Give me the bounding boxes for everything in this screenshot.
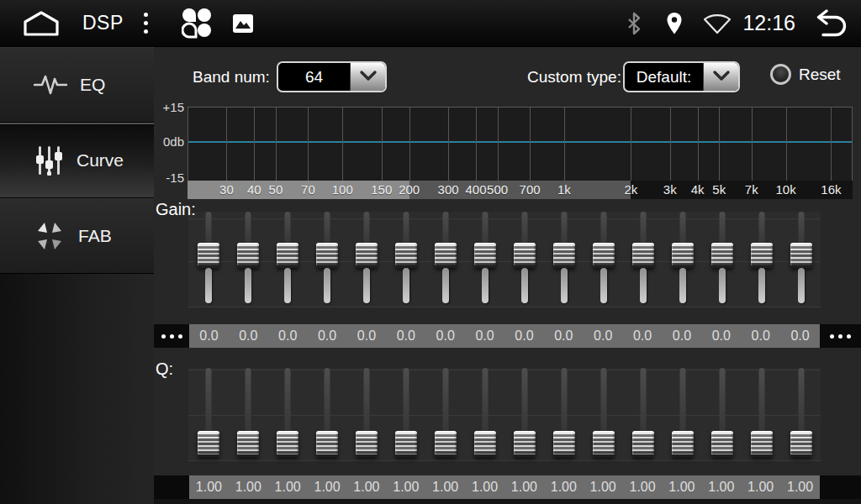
gain-slider[interactable] bbox=[663, 212, 702, 307]
q-slider[interactable] bbox=[504, 368, 544, 461]
slider-thumb[interactable] bbox=[672, 243, 694, 268]
sidebar-item-fab[interactable]: FAB bbox=[0, 198, 154, 274]
status-bar: DSP 12:16 bbox=[0, 0, 861, 47]
q-slider[interactable] bbox=[188, 368, 228, 461]
slider-thumb[interactable] bbox=[316, 431, 338, 457]
clock: 12:16 bbox=[742, 11, 795, 35]
dropdown-arrow-button[interactable] bbox=[703, 63, 738, 91]
gain-slider[interactable] bbox=[623, 212, 663, 307]
q-slider[interactable] bbox=[584, 368, 623, 461]
home-icon[interactable] bbox=[22, 10, 61, 37]
q-slider[interactable] bbox=[781, 368, 821, 461]
sidebar-item-curve[interactable]: Curve bbox=[0, 123, 154, 198]
gain-slider[interactable] bbox=[267, 212, 307, 307]
slider-thumb[interactable] bbox=[237, 431, 259, 457]
gain-slider[interactable] bbox=[188, 212, 228, 307]
slider-track-filled bbox=[798, 268, 805, 303]
band-scroll-right-button[interactable] bbox=[820, 324, 861, 348]
gain-slider[interactable] bbox=[544, 212, 584, 307]
gain-slider[interactable] bbox=[504, 212, 544, 307]
q-slider[interactable] bbox=[386, 368, 425, 461]
q-slider[interactable] bbox=[228, 368, 267, 461]
gain-slider[interactable] bbox=[702, 212, 742, 307]
freq-tick-label: 300 bbox=[438, 181, 459, 199]
slider-thumb[interactable] bbox=[553, 243, 575, 268]
slider-track-filled bbox=[561, 268, 568, 303]
slider-thumb[interactable] bbox=[395, 431, 417, 457]
q-slider[interactable] bbox=[425, 368, 465, 461]
gain-slider[interactable] bbox=[425, 212, 465, 307]
band-scroll-left-button[interactable] bbox=[154, 324, 189, 348]
slider-track bbox=[798, 212, 804, 245]
gain-slider[interactable] bbox=[346, 212, 386, 307]
q-row-left-endcap bbox=[154, 475, 189, 499]
slider-thumb[interactable] bbox=[198, 431, 219, 457]
dropdown-arrow-button[interactable] bbox=[350, 63, 385, 91]
q-slider[interactable] bbox=[623, 368, 663, 461]
slider-track bbox=[758, 212, 764, 245]
q-slider[interactable] bbox=[544, 368, 584, 461]
slider-thumb[interactable] bbox=[672, 431, 694, 457]
slider-thumb[interactable] bbox=[790, 243, 812, 268]
slider-thumb[interactable] bbox=[316, 243, 338, 268]
gain-slider[interactable] bbox=[228, 212, 267, 307]
q-value: 1.00 bbox=[780, 475, 820, 499]
q-value: 1.00 bbox=[504, 475, 544, 499]
slider-thumb[interactable] bbox=[632, 431, 654, 457]
custom-type-dropdown[interactable]: Default: bbox=[623, 61, 740, 92]
slider-thumb[interactable] bbox=[593, 243, 615, 268]
band-num-dropdown[interactable]: 64 bbox=[277, 61, 387, 92]
q-slider[interactable] bbox=[742, 368, 781, 461]
slider-thumb[interactable] bbox=[553, 431, 575, 457]
q-value: 1.00 bbox=[623, 475, 663, 499]
freq-tick-label: 400 bbox=[466, 181, 487, 199]
slider-thumb[interactable] bbox=[514, 431, 536, 457]
slider-thumb[interactable] bbox=[356, 431, 378, 457]
q-slider[interactable] bbox=[267, 368, 307, 461]
slider-thumb[interactable] bbox=[711, 431, 733, 457]
slider-thumb[interactable] bbox=[593, 431, 615, 457]
slider-thumb[interactable] bbox=[790, 431, 812, 457]
gain-slider[interactable] bbox=[584, 212, 623, 307]
q-value: 1.00 bbox=[308, 475, 347, 499]
slider-thumb[interactable] bbox=[395, 243, 417, 268]
slider-thumb[interactable] bbox=[474, 243, 496, 268]
slider-thumb[interactable] bbox=[277, 431, 298, 457]
q-slider[interactable] bbox=[465, 368, 504, 461]
slider-thumb[interactable] bbox=[474, 431, 496, 457]
slider-track bbox=[521, 212, 527, 245]
app-launcher-icon[interactable] bbox=[182, 8, 214, 39]
gain-slider[interactable] bbox=[307, 212, 346, 307]
slider-thumb[interactable] bbox=[632, 243, 654, 268]
slider-thumb[interactable] bbox=[711, 243, 733, 268]
q-slider[interactable] bbox=[346, 368, 386, 461]
slider-thumb[interactable] bbox=[237, 243, 259, 268]
q-slider[interactable] bbox=[702, 368, 742, 461]
grid-line bbox=[308, 108, 309, 181]
slider-thumb[interactable] bbox=[435, 431, 457, 457]
sidebar-item-eq[interactable]: EQ bbox=[0, 47, 154, 123]
slider-thumb[interactable] bbox=[277, 243, 298, 268]
slider-thumb[interactable] bbox=[751, 431, 773, 457]
grid-line bbox=[564, 108, 565, 181]
slider-thumb[interactable] bbox=[356, 243, 378, 268]
gain-slider[interactable] bbox=[386, 212, 425, 307]
q-slider[interactable] bbox=[663, 368, 702, 461]
slider-track-filled bbox=[482, 268, 489, 303]
slider-track bbox=[403, 368, 409, 433]
back-icon[interactable] bbox=[811, 9, 849, 38]
slider-thumb[interactable] bbox=[435, 243, 457, 268]
gallery-icon[interactable] bbox=[232, 13, 254, 34]
slider-thumb[interactable] bbox=[514, 243, 536, 268]
reset-button[interactable]: Reset bbox=[770, 64, 841, 85]
slider-thumb[interactable] bbox=[751, 243, 773, 268]
gain-slider[interactable] bbox=[742, 212, 781, 307]
q-slider[interactable] bbox=[307, 368, 346, 461]
slider-track bbox=[442, 368, 448, 433]
overflow-menu-icon[interactable] bbox=[144, 13, 148, 34]
slider-thumb[interactable] bbox=[198, 243, 219, 268]
freq-tick-label: 4k bbox=[691, 181, 705, 199]
gain-slider[interactable] bbox=[781, 212, 821, 307]
gain-slider[interactable] bbox=[465, 212, 504, 307]
slider-track bbox=[561, 368, 567, 433]
